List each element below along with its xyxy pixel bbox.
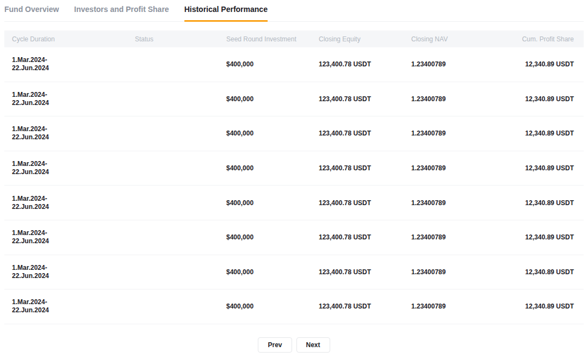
cycle-duration-line2: 22.Jun.2024	[12, 99, 135, 107]
table-row: 1.Mar.2024- 22.Jun.2024 $400,000 123,400…	[4, 116, 584, 151]
column-header-seed-round-investment: Seed Round Investment	[226, 35, 319, 43]
closing-nav-cell: 1.23400789	[411, 268, 504, 276]
cum-profit-share-cell: 12,340.89 USDT	[504, 164, 584, 172]
tab-historical-performance[interactable]: Historical Performance	[184, 5, 268, 22]
table-body: 1.Mar.2024- 22.Jun.2024 $400,000 123,400…	[4, 47, 584, 324]
seed-round-investment-cell: $400,000	[226, 164, 319, 172]
closing-nav-cell: 1.23400789	[411, 303, 504, 310]
cum-profit-share-cell: 12,340.89 USDT	[504, 303, 584, 310]
cum-profit-share-cell: 12,340.89 USDT	[504, 129, 584, 137]
closing-nav-cell: 1.23400789	[411, 233, 504, 241]
seed-round-investment-cell: $400,000	[226, 60, 319, 68]
cycle-duration-cell: 1.Mar.2024- 22.Jun.2024	[4, 229, 135, 245]
closing-nav-cell: 1.23400789	[411, 60, 504, 68]
tab-bar: Fund Overview Investors and Profit Share…	[4, 0, 584, 22]
cycle-duration-cell: 1.Mar.2024- 22.Jun.2024	[4, 91, 135, 107]
cum-profit-share-cell: 12,340.89 USDT	[504, 60, 584, 68]
cycle-duration-line1: 1.Mar.2024-	[12, 264, 135, 272]
closing-nav-cell: 1.23400789	[411, 164, 504, 172]
column-header-closing-nav: Closing NAV	[411, 35, 504, 43]
cycle-duration-line1: 1.Mar.2024-	[12, 91, 135, 99]
table-header-row: Cycle Duration Status Seed Round Investm…	[4, 30, 584, 47]
cycle-duration-line2: 22.Jun.2024	[12, 203, 135, 211]
historical-performance-table: Cycle Duration Status Seed Round Investm…	[4, 30, 584, 324]
table-row: 1.Mar.2024- 22.Jun.2024 $400,000 123,400…	[4, 82, 584, 117]
cycle-duration-line2: 22.Jun.2024	[12, 306, 135, 314]
cum-profit-share-cell: 12,340.89 USDT	[504, 199, 584, 207]
table-row: 1.Mar.2024- 22.Jun.2024 $400,000 123,400…	[4, 151, 584, 186]
tab-investors-profit-share[interactable]: Investors and Profit Share	[74, 5, 169, 22]
closing-equity-cell: 123,400.78 USDT	[319, 233, 411, 241]
table-row: 1.Mar.2024- 22.Jun.2024 $400,000 123,400…	[4, 220, 584, 255]
cycle-duration-cell: 1.Mar.2024- 22.Jun.2024	[4, 56, 135, 72]
closing-equity-cell: 123,400.78 USDT	[319, 129, 411, 137]
cycle-duration-cell: 1.Mar.2024- 22.Jun.2024	[4, 195, 135, 211]
column-header-closing-equity: Closing Equity	[319, 35, 411, 43]
prev-button[interactable]: Prev	[258, 337, 292, 353]
closing-nav-cell: 1.23400789	[411, 95, 504, 103]
cycle-duration-line2: 22.Jun.2024	[12, 133, 135, 141]
cycle-duration-line2: 22.Jun.2024	[12, 168, 135, 176]
cycle-duration-line1: 1.Mar.2024-	[12, 160, 135, 168]
pagination: Prev Next	[0, 337, 588, 353]
column-header-status: Status	[135, 35, 226, 43]
cycle-duration-line1: 1.Mar.2024-	[12, 298, 135, 306]
closing-equity-cell: 123,400.78 USDT	[319, 60, 411, 68]
closing-nav-cell: 1.23400789	[411, 129, 504, 137]
column-header-cum-profit-share: Cum. Profit Share	[504, 35, 584, 43]
table-row: 1.Mar.2024- 22.Jun.2024 $400,000 123,400…	[4, 255, 584, 290]
cum-profit-share-cell: 12,340.89 USDT	[504, 95, 584, 103]
tab-fund-overview[interactable]: Fund Overview	[4, 5, 59, 22]
cycle-duration-line2: 22.Jun.2024	[12, 64, 135, 72]
cycle-duration-line1: 1.Mar.2024-	[12, 229, 135, 237]
seed-round-investment-cell: $400,000	[226, 95, 319, 103]
closing-equity-cell: 123,400.78 USDT	[319, 199, 411, 207]
closing-equity-cell: 123,400.78 USDT	[319, 164, 411, 172]
cum-profit-share-cell: 12,340.89 USDT	[504, 268, 584, 276]
next-button[interactable]: Next	[296, 337, 330, 353]
closing-equity-cell: 123,400.78 USDT	[319, 95, 411, 103]
cycle-duration-line2: 22.Jun.2024	[12, 272, 135, 280]
cycle-duration-cell: 1.Mar.2024- 22.Jun.2024	[4, 264, 135, 280]
cycle-duration-cell: 1.Mar.2024- 22.Jun.2024	[4, 125, 135, 141]
closing-nav-cell: 1.23400789	[411, 199, 504, 207]
table-row: 1.Mar.2024- 22.Jun.2024 $400,000 123,400…	[4, 289, 584, 324]
table-row: 1.Mar.2024- 22.Jun.2024 $400,000 123,400…	[4, 186, 584, 220]
closing-equity-cell: 123,400.78 USDT	[319, 303, 411, 310]
cycle-duration-line1: 1.Mar.2024-	[12, 195, 135, 203]
seed-round-investment-cell: $400,000	[226, 233, 319, 241]
cycle-duration-line2: 22.Jun.2024	[12, 237, 135, 245]
closing-equity-cell: 123,400.78 USDT	[319, 268, 411, 276]
column-header-cycle-duration: Cycle Duration	[4, 35, 135, 43]
cum-profit-share-cell: 12,340.89 USDT	[504, 233, 584, 241]
seed-round-investment-cell: $400,000	[226, 268, 319, 276]
seed-round-investment-cell: $400,000	[226, 199, 319, 207]
seed-round-investment-cell: $400,000	[226, 129, 319, 137]
seed-round-investment-cell: $400,000	[226, 303, 319, 310]
cycle-duration-cell: 1.Mar.2024- 22.Jun.2024	[4, 160, 135, 176]
cycle-duration-line1: 1.Mar.2024-	[12, 125, 135, 133]
cycle-duration-cell: 1.Mar.2024- 22.Jun.2024	[4, 298, 135, 314]
table-row: 1.Mar.2024- 22.Jun.2024 $400,000 123,400…	[4, 47, 584, 82]
cycle-duration-line1: 1.Mar.2024-	[12, 56, 135, 64]
